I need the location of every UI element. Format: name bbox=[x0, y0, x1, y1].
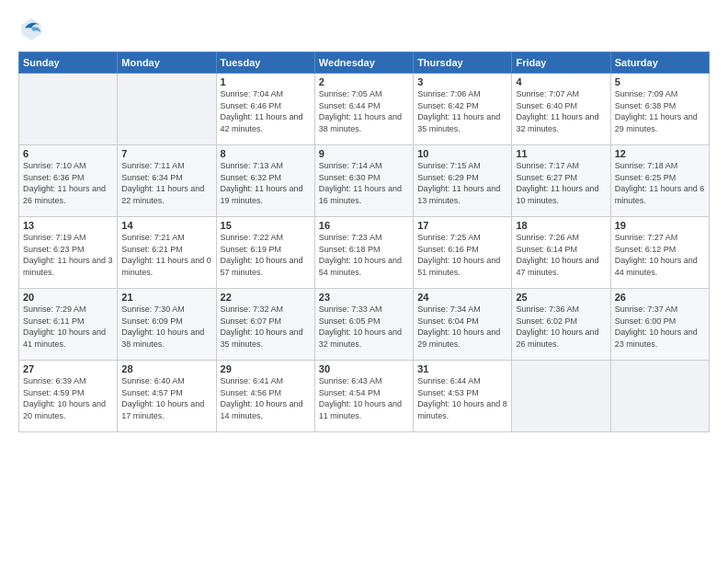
day-number: 17 bbox=[417, 220, 507, 231]
calendar-cell: 21Sunrise: 7:30 AM Sunset: 6:09 PM Dayli… bbox=[118, 289, 216, 361]
calendar-cell: 22Sunrise: 7:32 AM Sunset: 6:07 PM Dayli… bbox=[216, 289, 314, 361]
day-info: Sunrise: 7:23 AM Sunset: 6:18 PM Dayligh… bbox=[319, 232, 409, 278]
calendar-cell: 16Sunrise: 7:23 AM Sunset: 6:18 PM Dayli… bbox=[314, 217, 413, 289]
day-info: Sunrise: 7:14 AM Sunset: 6:30 PM Dayligh… bbox=[319, 160, 409, 206]
calendar-cell: 31Sunrise: 6:44 AM Sunset: 4:53 PM Dayli… bbox=[414, 361, 512, 432]
day-number: 15 bbox=[221, 220, 311, 231]
calendar-cell: 8Sunrise: 7:13 AM Sunset: 6:32 PM Daylig… bbox=[216, 145, 314, 217]
calendar-week-row: 6Sunrise: 7:10 AM Sunset: 6:36 PM Daylig… bbox=[19, 145, 710, 217]
calendar-cell: 15Sunrise: 7:22 AM Sunset: 6:19 PM Dayli… bbox=[216, 217, 314, 289]
day-of-week-header: Sunday bbox=[19, 52, 118, 74]
day-info: Sunrise: 7:11 AM Sunset: 6:34 PM Dayligh… bbox=[121, 160, 211, 206]
day-info: Sunrise: 7:17 AM Sunset: 6:27 PM Dayligh… bbox=[516, 160, 606, 206]
calendar-cell bbox=[19, 74, 118, 145]
day-number: 7 bbox=[121, 148, 211, 159]
day-info: Sunrise: 7:33 AM Sunset: 6:05 PM Dayligh… bbox=[319, 304, 409, 350]
day-number: 9 bbox=[319, 148, 409, 159]
calendar-cell: 24Sunrise: 7:34 AM Sunset: 6:04 PM Dayli… bbox=[414, 289, 512, 361]
header bbox=[18, 17, 710, 42]
day-info: Sunrise: 6:41 AM Sunset: 4:56 PM Dayligh… bbox=[221, 375, 311, 421]
day-info: Sunrise: 7:09 AM Sunset: 6:38 PM Dayligh… bbox=[615, 88, 705, 134]
calendar-cell: 5Sunrise: 7:09 AM Sunset: 6:38 PM Daylig… bbox=[610, 74, 709, 145]
day-info: Sunrise: 7:05 AM Sunset: 6:44 PM Dayligh… bbox=[319, 88, 409, 134]
calendar-cell: 18Sunrise: 7:26 AM Sunset: 6:14 PM Dayli… bbox=[512, 217, 610, 289]
calendar-cell: 11Sunrise: 7:17 AM Sunset: 6:27 PM Dayli… bbox=[512, 145, 610, 217]
day-of-week-header: Saturday bbox=[610, 52, 709, 74]
day-info: Sunrise: 7:26 AM Sunset: 6:14 PM Dayligh… bbox=[516, 232, 606, 278]
calendar-cell: 29Sunrise: 6:41 AM Sunset: 4:56 PM Dayli… bbox=[216, 361, 314, 432]
day-info: Sunrise: 7:06 AM Sunset: 6:42 PM Dayligh… bbox=[417, 88, 507, 134]
day-info: Sunrise: 7:27 AM Sunset: 6:12 PM Dayligh… bbox=[615, 232, 705, 278]
day-info: Sunrise: 7:22 AM Sunset: 6:19 PM Dayligh… bbox=[221, 232, 311, 278]
calendar-cell bbox=[610, 361, 709, 432]
calendar-cell: 12Sunrise: 7:18 AM Sunset: 6:25 PM Dayli… bbox=[610, 145, 709, 217]
day-number: 8 bbox=[221, 148, 311, 159]
day-number: 27 bbox=[23, 363, 113, 374]
calendar-cell: 26Sunrise: 7:37 AM Sunset: 6:00 PM Dayli… bbox=[610, 289, 709, 361]
day-number: 16 bbox=[319, 220, 409, 231]
day-info: Sunrise: 7:15 AM Sunset: 6:29 PM Dayligh… bbox=[417, 160, 507, 206]
day-info: Sunrise: 7:07 AM Sunset: 6:40 PM Dayligh… bbox=[516, 88, 606, 134]
day-of-week-header: Thursday bbox=[414, 52, 512, 74]
calendar-cell: 14Sunrise: 7:21 AM Sunset: 6:21 PM Dayli… bbox=[118, 217, 216, 289]
calendar-week-row: 13Sunrise: 7:19 AM Sunset: 6:23 PM Dayli… bbox=[19, 217, 710, 289]
calendar-week-row: 27Sunrise: 6:39 AM Sunset: 4:59 PM Dayli… bbox=[19, 361, 710, 432]
calendar-cell bbox=[118, 74, 216, 145]
day-of-week-header: Monday bbox=[118, 52, 216, 74]
calendar-cell: 25Sunrise: 7:36 AM Sunset: 6:02 PM Dayli… bbox=[512, 289, 610, 361]
day-number: 4 bbox=[516, 76, 606, 87]
day-info: Sunrise: 7:30 AM Sunset: 6:09 PM Dayligh… bbox=[121, 304, 211, 350]
day-number: 22 bbox=[221, 292, 311, 303]
day-number: 1 bbox=[221, 76, 311, 87]
day-of-week-header: Friday bbox=[512, 52, 610, 74]
calendar-header: SundayMondayTuesdayWednesdayThursdayFrid… bbox=[19, 52, 710, 74]
day-info: Sunrise: 7:21 AM Sunset: 6:21 PM Dayligh… bbox=[121, 232, 211, 278]
calendar-cell: 10Sunrise: 7:15 AM Sunset: 6:29 PM Dayli… bbox=[414, 145, 512, 217]
calendar-week-row: 20Sunrise: 7:29 AM Sunset: 6:11 PM Dayli… bbox=[19, 289, 710, 361]
day-number: 5 bbox=[615, 76, 705, 87]
calendar-cell: 17Sunrise: 7:25 AM Sunset: 6:16 PM Dayli… bbox=[414, 217, 512, 289]
day-info: Sunrise: 7:36 AM Sunset: 6:02 PM Dayligh… bbox=[516, 304, 606, 350]
day-info: Sunrise: 7:10 AM Sunset: 6:36 PM Dayligh… bbox=[23, 160, 113, 206]
day-number: 31 bbox=[417, 363, 507, 374]
calendar-cell: 7Sunrise: 7:11 AM Sunset: 6:34 PM Daylig… bbox=[118, 145, 216, 217]
calendar-body: 1Sunrise: 7:04 AM Sunset: 6:46 PM Daylig… bbox=[19, 74, 710, 432]
day-number: 14 bbox=[121, 220, 211, 231]
day-number: 20 bbox=[23, 292, 113, 303]
day-info: Sunrise: 6:39 AM Sunset: 4:59 PM Dayligh… bbox=[23, 375, 113, 421]
calendar-cell: 3Sunrise: 7:06 AM Sunset: 6:42 PM Daylig… bbox=[414, 74, 512, 145]
day-number: 12 bbox=[615, 148, 705, 159]
day-info: Sunrise: 7:13 AM Sunset: 6:32 PM Dayligh… bbox=[221, 160, 311, 206]
day-info: Sunrise: 7:34 AM Sunset: 6:04 PM Dayligh… bbox=[417, 304, 507, 350]
logo-icon bbox=[18, 17, 44, 42]
calendar-cell: 13Sunrise: 7:19 AM Sunset: 6:23 PM Dayli… bbox=[19, 217, 118, 289]
calendar-cell: 6Sunrise: 7:10 AM Sunset: 6:36 PM Daylig… bbox=[19, 145, 118, 217]
logo bbox=[18, 17, 48, 42]
day-info: Sunrise: 7:04 AM Sunset: 6:46 PM Dayligh… bbox=[221, 88, 311, 134]
day-number: 29 bbox=[221, 363, 311, 374]
calendar-cell: 27Sunrise: 6:39 AM Sunset: 4:59 PM Dayli… bbox=[19, 361, 118, 432]
day-number: 2 bbox=[319, 76, 409, 87]
day-info: Sunrise: 6:40 AM Sunset: 4:57 PM Dayligh… bbox=[121, 375, 211, 421]
day-number: 21 bbox=[121, 292, 211, 303]
calendar-cell: 28Sunrise: 6:40 AM Sunset: 4:57 PM Dayli… bbox=[118, 361, 216, 432]
day-info: Sunrise: 7:32 AM Sunset: 6:07 PM Dayligh… bbox=[221, 304, 311, 350]
day-info: Sunrise: 7:19 AM Sunset: 6:23 PM Dayligh… bbox=[23, 232, 113, 278]
calendar-cell: 20Sunrise: 7:29 AM Sunset: 6:11 PM Dayli… bbox=[19, 289, 118, 361]
calendar-cell: 2Sunrise: 7:05 AM Sunset: 6:44 PM Daylig… bbox=[314, 74, 413, 145]
day-number: 3 bbox=[417, 76, 507, 87]
day-number: 30 bbox=[319, 363, 409, 374]
day-number: 28 bbox=[121, 363, 211, 374]
calendar-cell bbox=[512, 361, 610, 432]
day-info: Sunrise: 7:37 AM Sunset: 6:00 PM Dayligh… bbox=[615, 304, 705, 350]
calendar-cell: 19Sunrise: 7:27 AM Sunset: 6:12 PM Dayli… bbox=[610, 217, 709, 289]
calendar-cell: 9Sunrise: 7:14 AM Sunset: 6:30 PM Daylig… bbox=[314, 145, 413, 217]
day-info: Sunrise: 6:43 AM Sunset: 4:54 PM Dayligh… bbox=[319, 375, 409, 421]
day-number: 24 bbox=[417, 292, 507, 303]
day-number: 19 bbox=[615, 220, 705, 231]
day-number: 25 bbox=[516, 292, 606, 303]
calendar-cell: 23Sunrise: 7:33 AM Sunset: 6:05 PM Dayli… bbox=[314, 289, 413, 361]
day-info: Sunrise: 7:25 AM Sunset: 6:16 PM Dayligh… bbox=[417, 232, 507, 278]
day-number: 18 bbox=[516, 220, 606, 231]
day-number: 13 bbox=[23, 220, 113, 231]
